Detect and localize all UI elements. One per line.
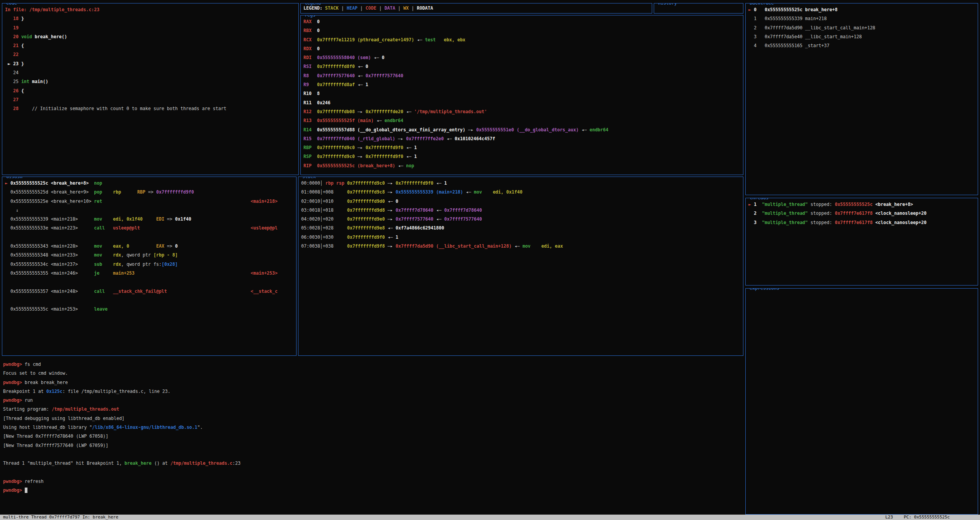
text-segment: break_here — [124, 461, 152, 466]
text-segment: } — [19, 61, 24, 66]
disassembly-panel-title: disasm — [5, 177, 24, 180]
text-segment — [757, 43, 765, 48]
text-segment: 0x7ffff7da5e40 __libc_start_main+128 — [765, 34, 862, 39]
text-segment: 0x7fffffffd9f8 — [347, 243, 385, 249]
terminal-line: [New Thread 0x7ffff7577640 (LWP 67059)] — [3, 441, 735, 450]
backtrace-frame: 4 0x555555555165 _start+37 — [748, 41, 975, 50]
source-line: 20 void break_here() — [5, 32, 296, 41]
text-segment: break break_here — [25, 380, 68, 385]
text-segment: fs: — [153, 262, 162, 267]
terminal-line: [New Thread 0x7ffff7d78640 (LWP 67058)] — [3, 432, 735, 441]
text-segment — [312, 118, 317, 123]
text-segment: endbr64 — [590, 127, 608, 133]
text-segment: R11 — [303, 100, 312, 105]
text-segment: rbp — [113, 189, 121, 195]
text-segment: 0x7fffffffd9c0 — [317, 145, 355, 150]
text-segment: 0x7ffff7577640 — [317, 73, 355, 78]
text-segment — [102, 216, 113, 222]
text-segment: RBP — [303, 145, 312, 150]
terminal-line: Using host libthread_db library "/lib/x8… — [3, 423, 735, 432]
text-segment — [78, 270, 94, 276]
source-line: In file: /tmp/multiple_threads.c:23 — [5, 5, 296, 14]
text-segment: pwndbg> — [3, 398, 25, 403]
terminal[interactable]: pwndbg> fs cmdFocus set to cmd window.pw… — [2, 358, 736, 512]
source-code-view: In file: /tmp/multiple_threads.c:23 18 }… — [2, 3, 298, 116]
legend-panel: legend LEGEND: STACK | HEAP | CODE | DAT… — [300, 3, 652, 14]
text-segment: <clock_nanosleep+20 — [875, 220, 927, 225]
text-segment: nop — [406, 163, 414, 168]
source-line: 27 — [5, 95, 296, 104]
text-segment: 0x7fffffffd9e8 — [347, 225, 385, 231]
text-segment — [309, 73, 317, 78]
text-segment: 24 — [5, 70, 19, 75]
text-segment: ◂— — [355, 82, 366, 87]
text-segment: 0x7ffff7d78640 — [444, 207, 482, 213]
text-segment: <__stack_c — [251, 289, 278, 294]
text-segment: 1 — [748, 16, 757, 21]
text-segment: [New Thread 0x7ffff7577640 (LWP 67059)] — [3, 443, 108, 448]
text-segment: ◂— — [355, 64, 366, 69]
text-segment: 28 — [5, 106, 19, 111]
register-line: RSI 0x7fffffffd8f0 ◂— 0 — [303, 62, 740, 71]
disasm-line: 0x55555555534c <main+237> sub rdx, qword… — [5, 260, 293, 269]
text-segment: EAX — [156, 243, 164, 249]
text-segment: ◂— — [355, 73, 366, 78]
text-segment: 0 — [317, 28, 320, 33]
registers-panel-title: regs — [303, 15, 317, 18]
text-segment: edi, eax — [541, 243, 563, 249]
text-segment: 0x7ffff7da5d90 (__libc_start_call_main+1… — [395, 243, 511, 249]
text-segment: ◂— — [374, 118, 385, 123]
text-segment — [757, 202, 762, 207]
text-segment: R13 — [303, 118, 312, 123]
text-segment: ◂— — [433, 216, 444, 222]
text-segment: int — [21, 79, 29, 84]
text-segment: 1 — [754, 202, 757, 207]
text-segment — [309, 82, 317, 87]
text-segment: ◂— — [403, 154, 414, 159]
source-line: 21 { — [5, 41, 296, 50]
text-segment: <main+218> — [251, 199, 278, 204]
registers-view: RAX 0RBX 0RCX 0x7ffff7e11219 (pthread_cr… — [301, 15, 743, 172]
text-segment — [757, 34, 765, 39]
text-segment: 0x555555555343 <main+228> — [5, 243, 78, 249]
text-segment: { — [19, 43, 24, 48]
text-segment: 0x555555555165 _start+37 — [765, 43, 830, 48]
text-segment: 0x7fffffffd9c0 — [317, 154, 355, 159]
text-segment — [312, 127, 317, 133]
text-segment: R14 — [303, 127, 312, 133]
register-line: R11 0x246 — [303, 99, 740, 107]
text-segment — [5, 207, 16, 213]
text-segment: 0x7fffffffd9d8 — [347, 207, 385, 213]
text-segment: —▸ — [385, 189, 395, 195]
text-segment: run — [25, 398, 33, 403]
register-line: R12 0x7fffffffdb08 —▸ 0x7fffffffde20 ◂— … — [303, 107, 740, 116]
text-segment: DATA — [384, 5, 395, 11]
text-segment — [105, 225, 113, 231]
text-segment: :23 — [232, 461, 240, 466]
disassembly-panel: disasm ► 0x55555555525c <break_here+8> n… — [2, 177, 297, 356]
source-line: 25 int main() — [5, 77, 296, 86]
text-segment: 20 — [5, 34, 19, 39]
text-segment: RCX — [303, 37, 312, 42]
text-segment: break_here() — [32, 34, 67, 39]
text-segment: 0x7ffff7e617f8 — [835, 211, 873, 216]
text-segment: 0x55555555525c <break_here+8> — [10, 180, 89, 186]
text-segment: <break_here+8> — [875, 202, 913, 207]
text-segment: => — [164, 216, 175, 222]
text-segment: mov — [94, 243, 102, 249]
status-pc: PC: 0x55555555525c — [904, 515, 950, 520]
text-segment: HEAP — [347, 5, 358, 11]
text-segment: | — [409, 5, 417, 11]
text-segment: 0x555555555339 (main+218) — [395, 189, 463, 195]
text-segment: usleep@plt — [113, 225, 140, 231]
threads-panel-title: threads — [748, 198, 770, 201]
history-panel-title: history — [657, 3, 678, 6]
text-segment — [334, 189, 347, 195]
text-segment: : file /tmp/multiple_threads.c, line 23. — [63, 389, 170, 394]
text-segment: fs cmd — [25, 362, 41, 367]
text-segment: main() — [29, 79, 48, 84]
source-line: 22 — [5, 50, 296, 59]
backtrace-frame: 2 0x7ffff7da5d90 __libc_start_call_main+… — [748, 24, 975, 32]
text-segment — [312, 91, 317, 96]
text-segment: 0x555555558040 (sem) — [317, 55, 371, 60]
